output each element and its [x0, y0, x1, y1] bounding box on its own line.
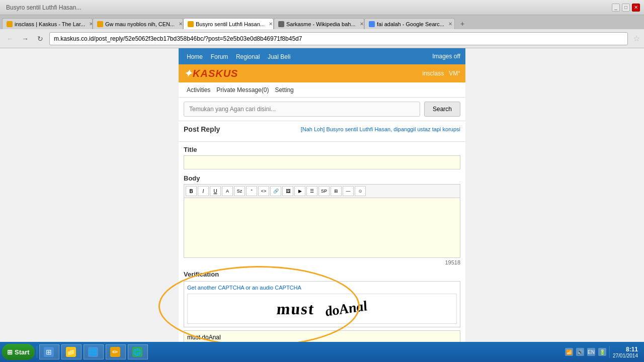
bookmark-star-icon[interactable]: ☆ — [633, 34, 640, 43]
reload-button[interactable]: ↻ — [34, 33, 46, 45]
tab-label-1: insclass | Kaskus - The Lar... — [15, 21, 85, 27]
tab-favicon-1 — [7, 21, 13, 27]
kaskus-subnav: Activities Private Message(0) Setting — [179, 82, 465, 98]
taskbar-app-2[interactable]: 📁 — [61, 344, 82, 359]
toolbar-smiley[interactable]: ☺ — [355, 186, 366, 196]
body-counter: 19518 — [184, 259, 460, 265]
address-bar: ← → ↻ ☆ — [0, 29, 644, 48]
toolbar-underline[interactable]: U — [210, 186, 221, 196]
post-reply-thread-link[interactable]: [Nah Loh] Busyro sentil Luthfi Hasan, di… — [301, 126, 460, 132]
toolbar-link[interactable]: 🔗 — [270, 186, 281, 196]
browser-tab-3[interactable]: Busyro sentil Luthfi Hasan... ✕ — [183, 18, 274, 29]
taskbar-app-5[interactable]: 🌐 — [128, 344, 148, 359]
taskbar-volume-icon: 🔊 — [576, 348, 584, 356]
nav-forum[interactable]: Forum — [208, 53, 231, 60]
kaskus-logo: ✦KASKUS — [184, 67, 238, 79]
forward-button[interactable]: → — [19, 33, 31, 45]
taskbar-date: 27/01/2014 — [613, 353, 638, 358]
kaskus-username: insclass — [422, 70, 444, 77]
title-input[interactable] — [184, 155, 460, 169]
tab-favicon-5 — [369, 21, 375, 27]
subnav-activities[interactable]: Activities — [184, 86, 213, 94]
toolbar-hr[interactable]: — — [343, 186, 354, 196]
toolbar-color[interactable]: A — [222, 186, 233, 196]
toolbar-spoiler[interactable]: SP — [318, 186, 330, 196]
kaskus-topnav: Home Forum Regional Jual Beli Images off — [179, 48, 465, 64]
taskbar-separator-2 — [609, 346, 610, 358]
kaskus-user-info: insclass VM° — [422, 70, 460, 77]
tab-favicon-4 — [278, 21, 284, 27]
minimize-button[interactable]: _ — [612, 4, 620, 12]
toolbar-list[interactable]: ☰ — [306, 186, 317, 196]
tab-close-5[interactable]: ✕ — [448, 21, 452, 27]
kaskus-search-bar: Search — [179, 98, 465, 121]
taskbar-app-icon-1: ⊞ — [44, 347, 54, 357]
search-button[interactable]: Search — [424, 102, 460, 117]
captcha-word2: doAnal — [324, 298, 369, 320]
tab-close-4[interactable]: ✕ — [360, 21, 364, 27]
subnav-setting[interactable]: Setting — [272, 86, 296, 94]
nav-jual-beli[interactable]: Jual Beli — [265, 53, 293, 60]
toolbar-code[interactable]: <> — [258, 186, 269, 196]
back-button[interactable]: ← — [4, 33, 16, 45]
browser-title: Busyro sentil Luthfi Hasan... — [6, 4, 81, 11]
taskbar-app-1[interactable]: ⊞ — [39, 344, 59, 359]
browser-tab-5[interactable]: fai adalah - Google Searc... ✕ — [364, 18, 455, 29]
subnav-private-message[interactable]: Private Message(0) — [213, 86, 272, 94]
browser-tab-1[interactable]: insclass | Kaskus - The Lar... ✕ — [2, 18, 93, 29]
toolbar-bold[interactable]: B — [186, 186, 197, 196]
toolbar-table[interactable]: ⊞ — [331, 186, 342, 196]
new-tab-button[interactable]: + — [457, 18, 468, 29]
taskbar: ⊞ Start ⊞ 📁 🌐 ✏ 🌐 📶 🔊 EN 🔋 8:11 27/01/20… — [0, 342, 644, 362]
tab-label-4: Sarkasme - Wikipedia bah... — [286, 21, 356, 27]
captcha-word1: must — [276, 300, 316, 318]
toolbar-quote[interactable]: " — [246, 186, 257, 196]
body-textarea[interactable] — [184, 198, 460, 258]
toolbar-italic[interactable]: I — [198, 186, 209, 196]
taskbar-separator-1 — [37, 346, 37, 358]
kaskus-user-badge: VM° — [449, 70, 460, 77]
address-input[interactable] — [49, 32, 628, 45]
browser-tab-2[interactable]: Gw mau nyoblos nih, CEN... ✕ — [93, 18, 183, 29]
taskbar-app-4[interactable]: ✏ — [106, 344, 126, 359]
tab-close-3[interactable]: ✕ — [269, 21, 273, 27]
nav-home[interactable]: Home — [184, 53, 206, 60]
tab-close-2[interactable]: ✕ — [179, 21, 183, 27]
close-button[interactable]: ✕ — [632, 4, 640, 12]
kaskus-main-nav: Home Forum Regional Jual Beli — [184, 53, 293, 60]
taskbar-right: 📶 🔊 EN 🔋 8:11 27/01/2014 — [565, 346, 642, 358]
taskbar-time: 8:11 — [613, 346, 638, 353]
taskbar-app-icon-2: 📁 — [66, 347, 76, 357]
captcha-container: Get another CAPTCHA or an audio CAPTCHA … — [184, 281, 460, 327]
post-reply-label: Post Reply — [184, 125, 220, 133]
maximize-button[interactable]: □ — [622, 4, 630, 12]
page-wrapper: Home Forum Regional Jual Beli Images off… — [0, 48, 644, 362]
toolbar-img[interactable]: 🖼 — [282, 186, 293, 196]
search-input[interactable] — [184, 102, 420, 117]
toolbar-video[interactable]: ▶ — [294, 186, 305, 196]
browser-titlebar: Busyro sentil Luthfi Hasan... _ □ ✕ — [0, 0, 644, 15]
tab-close-1[interactable]: ✕ — [89, 21, 93, 27]
captcha-image: must doAnal — [187, 294, 457, 324]
title-label: Title — [184, 146, 460, 153]
taskbar-ime-icon: EN — [587, 348, 595, 356]
tab-label-2: Gw mau nyoblos nih, CEN... — [105, 21, 175, 27]
post-reply-header: Post Reply [Nah Loh] Busyro sentil Luthf… — [179, 121, 465, 142]
tab-favicon-3 — [188, 21, 194, 27]
nav-regional[interactable]: Regional — [233, 53, 263, 60]
toolbar-size[interactable]: Sz — [234, 186, 245, 196]
taskbar-battery-icon: 🔋 — [598, 348, 606, 356]
body-toolbar: B I U A Sz " <> 🔗 🖼 ▶ ☰ SP ⊞ — ☺ — [184, 184, 460, 198]
captcha-inner: Get another CAPTCHA or an audio CAPTCHA … — [184, 281, 460, 327]
start-icon: ⊞ — [7, 348, 13, 356]
tab-label-3: Busyro sentil Luthfi Hasan... — [196, 21, 265, 27]
post-reply-form: Title Body B I U A Sz " <> 🔗 🖼 ▶ ☰ SP ⊞ … — [179, 142, 465, 362]
start-button[interactable]: ⊞ Start — [2, 344, 35, 360]
images-off-label: Images off — [432, 53, 460, 60]
taskbar-clock: 8:11 27/01/2014 — [613, 346, 638, 358]
kaskus-header: ✦KASKUS insclass VM° — [179, 64, 465, 82]
captcha-refresh-link[interactable]: Get another CAPTCHA or an audio CAPTCHA — [187, 285, 457, 291]
taskbar-app-3[interactable]: 🌐 — [84, 344, 104, 359]
taskbar-app-icon-5: 🌐 — [132, 347, 142, 357]
browser-tab-4[interactable]: Sarkasme - Wikipedia bah... ✕ — [274, 18, 364, 29]
